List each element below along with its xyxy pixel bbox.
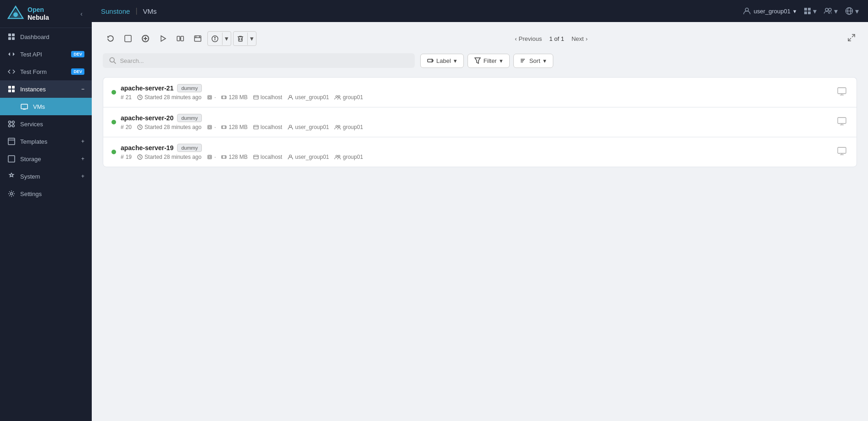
filter-icon: [474, 57, 481, 64]
info-button[interactable]: [208, 33, 223, 45]
svg-rect-65: [209, 96, 211, 98]
vm-started-value: Started 28 minutes ago: [145, 124, 201, 130]
sidebar-item-test-api[interactable]: Test API DEV: [0, 45, 92, 63]
expand-icon: [848, 34, 855, 41]
settings-icon: [7, 190, 16, 198]
sidebar-item-settings[interactable]: Settings: [0, 185, 92, 202]
sort-icon: [520, 57, 527, 64]
vm-monitor-button[interactable]: [835, 115, 848, 129]
vm-group-value: group01: [343, 124, 363, 130]
sort-button[interactable]: Sort ▾: [513, 54, 553, 68]
topbar: Sunstone | VMs user_group01 ▾ ▾ ▾ ▾: [92, 0, 868, 22]
ram-icon: [221, 95, 227, 100]
snapshot-button[interactable]: [190, 32, 206, 45]
next-button[interactable]: Next ›: [568, 34, 591, 44]
vm-name: apache-server-20: [121, 114, 173, 122]
sidebar-item-templates[interactable]: Templates +: [0, 133, 92, 150]
vm-group-value: group01: [343, 94, 363, 101]
svg-rect-28: [808, 8, 811, 11]
vm-status-dot: [111, 90, 116, 95]
vm-cpu-dot: ·: [214, 94, 216, 101]
vm-card[interactable]: apache-server-19 dummy # 19 Started 28 m…: [103, 137, 857, 167]
logo-text: OpenNebula: [28, 6, 49, 22]
search-input[interactable]: [120, 57, 408, 64]
sidebar-item-storage[interactable]: Storage +: [0, 150, 92, 168]
svg-rect-50: [239, 37, 242, 41]
sidebar-item-dashboard[interactable]: Dashboard: [0, 28, 92, 45]
previous-button[interactable]: ‹ Previous: [511, 34, 545, 44]
vm-monitor-button[interactable]: [835, 145, 848, 159]
play-button[interactable]: [155, 32, 171, 45]
sidebar-item-label: Instances: [20, 86, 46, 93]
vm-meta: # 20 Started 28 minutes ago ·: [121, 124, 835, 130]
vm-monitor-button[interactable]: [835, 85, 848, 100]
label-filter-button[interactable]: Label ▾: [420, 54, 464, 68]
migrate-icon: [177, 35, 184, 42]
svg-rect-30: [808, 11, 811, 14]
vm-host-value: localhost: [261, 94, 282, 101]
svg-rect-74: [838, 88, 846, 94]
migrate-button[interactable]: [172, 32, 188, 45]
vm-tag: dummy: [177, 144, 202, 152]
logo-area: OpenNebula ‹: [0, 0, 92, 28]
topbar-page-title: VMs: [143, 7, 157, 15]
sidebar-item-label: Storage: [20, 156, 41, 163]
vm-info: apache-server-19 dummy # 19 Started 28 m…: [121, 144, 835, 160]
svg-rect-97: [254, 155, 258, 159]
svg-point-16: [9, 125, 11, 127]
svg-rect-78: [208, 125, 211, 129]
vm-user-value: user_group01: [295, 94, 329, 101]
templates-icon: [7, 137, 16, 146]
vm-name-row: apache-server-19 dummy: [121, 144, 835, 152]
vm-user-value: user_group01: [295, 154, 329, 160]
select-all-button[interactable]: [120, 32, 136, 45]
vm-name: apache-server-21: [121, 84, 173, 92]
host-icon: [253, 124, 259, 130]
svg-rect-5: [8, 37, 11, 40]
svg-point-31: [825, 8, 828, 11]
vm-host: localhost: [253, 94, 282, 101]
sidebar-item-vms[interactable]: VMs: [0, 98, 92, 115]
info-dropdown-button[interactable]: ▾: [223, 32, 231, 45]
svg-point-15: [12, 121, 15, 123]
topbar-separator: |: [135, 7, 137, 15]
delete-dropdown-button[interactable]: ▾: [248, 32, 256, 45]
grid-view-button[interactable]: ▾: [804, 7, 817, 16]
user-menu[interactable]: user_group01 ▾: [743, 7, 796, 15]
delete-button[interactable]: [234, 33, 248, 45]
filter-button[interactable]: Filter ▾: [467, 54, 510, 68]
system-expand-icon: +: [81, 173, 84, 180]
filter-buttons: Label ▾ Filter ▾ Sort ▾: [420, 54, 553, 68]
sidebar-item-system[interactable]: System +: [0, 168, 92, 185]
info-chevron-icon: ▾: [225, 34, 228, 43]
expand-button[interactable]: [846, 32, 857, 45]
ram-icon: [221, 124, 227, 130]
label-btn-text: Label: [436, 57, 451, 64]
group-icon: [334, 154, 341, 160]
sidebar-collapse-button[interactable]: ‹: [78, 8, 84, 19]
svg-point-17: [12, 125, 15, 127]
system-icon: [7, 172, 16, 180]
add-vm-button[interactable]: [138, 32, 153, 45]
svg-rect-22: [8, 138, 15, 145]
vm-ram: 128 MB: [221, 94, 247, 101]
page-info: 1 of 1: [549, 35, 564, 42]
sidebar-item-test-form[interactable]: Test Form DEV: [0, 63, 92, 80]
refresh-button[interactable]: [103, 32, 118, 45]
sidebar-item-instances[interactable]: Instances −: [0, 80, 92, 98]
users-button[interactable]: ▾: [824, 7, 838, 16]
vm-card[interactable]: apache-server-21 dummy # 21 Started 28 m…: [103, 77, 857, 107]
templates-expand-icon: +: [81, 138, 84, 145]
language-button[interactable]: ▾: [845, 7, 859, 16]
sidebar-item-services[interactable]: Services: [0, 115, 92, 133]
pagination: ‹ Previous 1 of 1 Next ›: [511, 34, 591, 44]
dev-badge-2: DEV: [71, 68, 84, 75]
svg-line-54: [848, 38, 851, 41]
sidebar-item-label: Settings: [20, 191, 42, 197]
svg-point-49: [215, 37, 216, 38]
search-filter-bar: Label ▾ Filter ▾ Sort ▾: [103, 53, 857, 68]
vm-card[interactable]: apache-server-20 dummy # 20 Started 28 m…: [103, 107, 857, 137]
snapshot-icon: [194, 35, 201, 42]
vm-group: group01: [334, 94, 363, 101]
vm-name: apache-server-19: [121, 144, 173, 152]
